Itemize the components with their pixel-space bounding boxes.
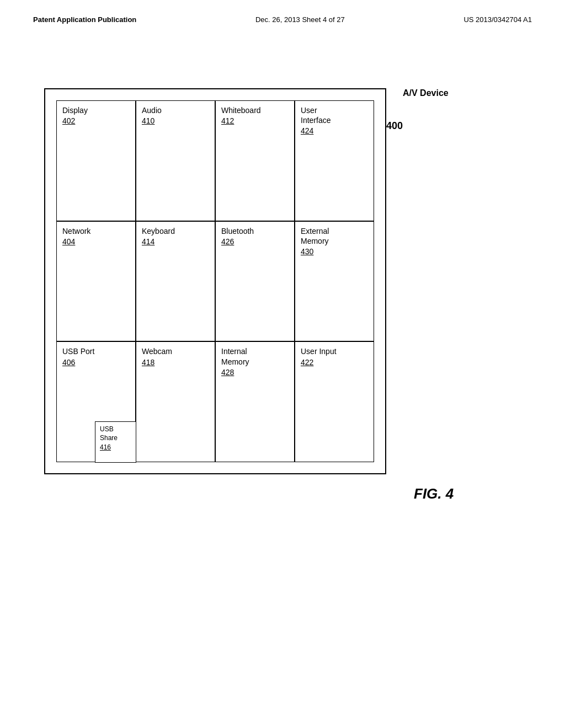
cell-user-input-number: 422: [301, 358, 313, 367]
cell-whiteboard-label: Whiteboard: [221, 105, 261, 115]
cell-keyboard-label: Keyboard: [142, 226, 175, 236]
cell-user-input: User Input 422: [295, 341, 374, 462]
cell-whiteboard: Whiteboard 412: [215, 100, 295, 221]
av-device-number-text: 400: [386, 120, 403, 131]
cell-bluetooth-number: 426: [221, 237, 234, 246]
av-device-label: A/V Device: [403, 88, 449, 98]
cell-audio: Audio 410: [136, 100, 215, 221]
cell-whiteboard-number: 412: [221, 116, 234, 125]
header-center-text: Dec. 26, 2013 Sheet 4 of 27: [255, 15, 345, 24]
cell-usb-share: USB Share 416: [95, 421, 136, 463]
av-device-text: A/V Device: [403, 88, 449, 98]
header-left-text: Patent Application Publication: [33, 15, 136, 24]
diagram-grid: Display 402 Audio 410 Whiteboard 412 Use…: [56, 100, 374, 462]
cell-network-label: Network: [62, 226, 90, 236]
cell-internal-memory-number: 428: [221, 368, 234, 377]
cell-display-number: 402: [62, 116, 75, 125]
cell-external-memory-label: ExternalMemory: [301, 226, 329, 246]
header-right-text: US 2013/0342704 A1: [463, 15, 532, 24]
cell-internal-memory: InternalMemory 428: [215, 341, 295, 462]
cell-external-memory-number: 430: [301, 247, 313, 256]
cell-webcam-number: 418: [142, 358, 154, 367]
fig-label: FIG. 4: [414, 485, 454, 502]
cell-bluetooth: Bluetooth 426: [215, 221, 295, 342]
diagram-container: Display 402 Audio 410 Whiteboard 412 Use…: [44, 88, 386, 474]
cell-usb-port-label: USB Port: [62, 346, 94, 356]
cell-keyboard: Keyboard 414: [136, 221, 215, 342]
cell-user-interface-number: 424: [301, 126, 313, 135]
cell-network-number: 404: [62, 237, 75, 246]
cell-usb-share-label: USB Share: [100, 425, 131, 442]
cell-user-interface: UserInterface 424: [295, 100, 374, 221]
cell-usb-port: USB Port 406 USB Share 416: [56, 341, 136, 462]
cell-user-input-label: User Input: [301, 346, 337, 356]
cell-network: Network 404: [56, 221, 136, 342]
cell-usb-share-number: 416: [100, 443, 111, 451]
cell-keyboard-number: 414: [142, 237, 154, 246]
cell-webcam: Webcam 418: [136, 341, 215, 462]
cell-internal-memory-label: InternalMemory: [221, 346, 249, 366]
cell-bluetooth-label: Bluetooth: [221, 226, 254, 236]
page-header: Patent Application Publication Dec. 26, …: [0, 0, 565, 24]
cell-external-memory: ExternalMemory 430: [295, 221, 374, 342]
cell-webcam-label: Webcam: [142, 346, 172, 356]
cell-display: Display 402: [56, 100, 136, 221]
fig-label-text: FIG. 4: [414, 485, 454, 502]
av-device-number: 400: [386, 120, 403, 132]
cell-audio-label: Audio: [142, 105, 162, 115]
cell-usb-port-number: 406: [62, 358, 75, 367]
cell-display-label: Display: [62, 105, 88, 115]
cell-audio-number: 410: [142, 116, 154, 125]
cell-user-interface-label: UserInterface: [301, 105, 331, 125]
